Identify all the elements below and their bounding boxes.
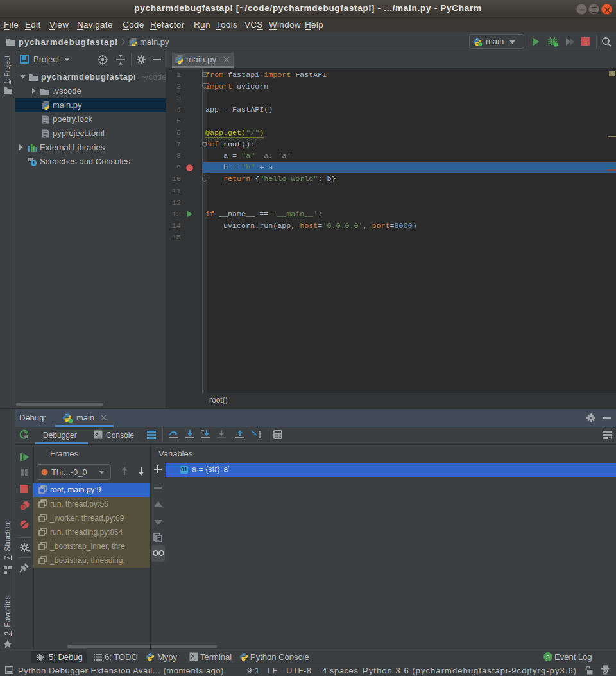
svg-text:3: 3 [546, 654, 549, 661]
